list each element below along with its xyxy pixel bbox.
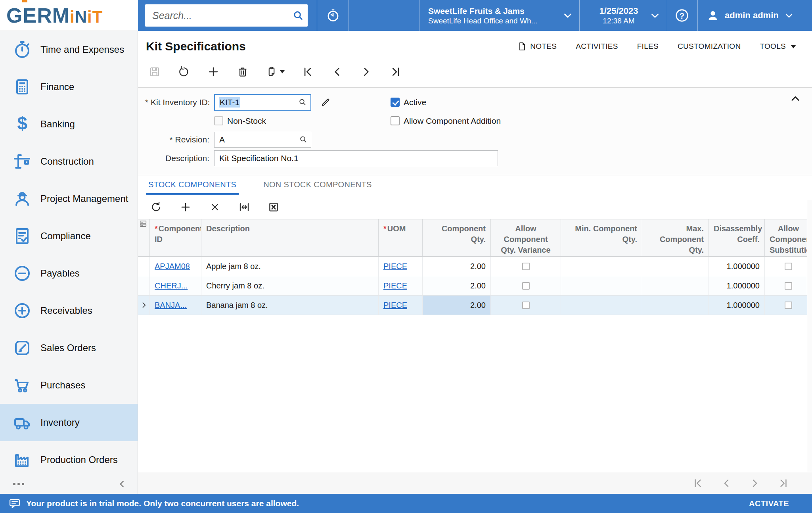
search-icon[interactable] <box>292 10 304 21</box>
description-input[interactable] <box>214 150 498 166</box>
delete-row-button[interactable] <box>209 201 221 213</box>
allow-qty-variance-checkbox[interactable] <box>522 302 530 309</box>
uom-cell[interactable]: PIECE <box>379 257 423 276</box>
description-cell[interactable]: Cherry jam 8 oz. <box>201 276 379 295</box>
uom-cell[interactable]: PIECE <box>379 276 423 295</box>
lookup-magnifier-icon[interactable] <box>299 135 308 144</box>
sidebar-item-receivables[interactable]: Receivables <box>0 292 138 329</box>
column-header-disassembly-coeff[interactable]: Disassembly Coeff. <box>709 219 765 256</box>
sidebar-item-production-orders[interactable]: Production Orders <box>0 441 138 478</box>
help-button[interactable]: ? <box>666 0 698 31</box>
min-qty-cell[interactable] <box>561 296 642 315</box>
search-input[interactable] <box>145 4 308 27</box>
tab-stock-components[interactable]: STOCK COMPONENTS <box>146 180 239 195</box>
max-qty-cell[interactable] <box>642 257 709 276</box>
uom-cell[interactable]: PIECE <box>379 296 423 315</box>
lookup-magnifier-icon[interactable] <box>298 98 307 107</box>
allow-substitution-cell[interactable] <box>765 296 812 315</box>
clipboard-menu-button[interactable] <box>266 66 285 78</box>
refresh-button[interactable] <box>150 201 163 213</box>
page-previous-icon[interactable] <box>721 478 732 489</box>
allow-substitution-checkbox[interactable] <box>785 263 792 270</box>
activities-button[interactable]: ACTIVITIES <box>576 42 618 51</box>
save-button[interactable] <box>148 65 161 78</box>
allow-component-addition-checkbox[interactable] <box>391 116 400 125</box>
user-menu[interactable]: admin admin <box>698 0 812 31</box>
column-header-allow-substitution[interactable]: Allow Component Substitution <box>765 219 812 256</box>
activate-button[interactable]: ACTIVATE <box>749 499 789 508</box>
component-id-cell[interactable]: BANJA... <box>150 296 201 315</box>
min-qty-cell[interactable] <box>561 276 642 295</box>
component-id-link[interactable]: APJAM08 <box>155 257 190 276</box>
logo[interactable]: GERMiNiT <box>0 0 138 31</box>
files-button[interactable]: FILES <box>637 42 659 51</box>
component-id-cell[interactable]: CHERJ... <box>150 276 201 295</box>
collapse-panel-icon[interactable] <box>790 93 801 104</box>
sidebar-item-sales-orders[interactable]: Sales Orders <box>0 329 138 367</box>
column-header-uom[interactable]: *UOM <box>379 219 423 256</box>
revision-input[interactable] <box>214 132 311 148</box>
more-items-icon[interactable] <box>12 481 25 487</box>
max-qty-cell[interactable] <box>642 296 709 315</box>
company-selector[interactable]: SweetLife Fruits & Jams SweetLife Head O… <box>419 0 580 31</box>
disassembly-coeff-cell[interactable]: 1.000000 <box>709 257 765 276</box>
sidebar-item-construction[interactable]: Construction <box>0 143 138 180</box>
min-qty-cell[interactable] <box>561 257 642 276</box>
component-id-link[interactable]: CHERJ... <box>155 277 188 295</box>
customization-button[interactable]: CUSTOMIZATION <box>678 42 741 51</box>
allow-qty-variance-checkbox[interactable] <box>522 282 530 290</box>
go-first-button[interactable] <box>301 65 314 78</box>
sidebar-item-inventory[interactable]: Inventory <box>0 404 138 441</box>
business-date-clock-button[interactable] <box>317 0 349 31</box>
column-header-component-id[interactable]: *Component ID <box>150 219 201 256</box>
column-header-component-qty[interactable]: Component Qty. <box>423 219 491 256</box>
page-next-icon[interactable] <box>749 478 760 489</box>
disassembly-coeff-cell[interactable]: 1.000000 <box>709 276 765 295</box>
add-new-button[interactable] <box>207 65 220 78</box>
allow-qty-variance-cell[interactable] <box>491 296 561 315</box>
non-stock-checkbox[interactable] <box>214 116 223 125</box>
allow-qty-variance-cell[interactable] <box>491 276 561 295</box>
vertical-scrollbar[interactable] <box>807 200 812 472</box>
sidebar-item-purchases[interactable]: Purchases <box>0 367 138 404</box>
active-checkbox[interactable] <box>391 98 400 107</box>
uom-link[interactable]: PIECE <box>383 257 407 276</box>
component-id-cell[interactable]: APJAM08 <box>150 257 201 276</box>
allow-substitution-cell[interactable] <box>765 276 812 295</box>
go-next-button[interactable] <box>360 65 373 78</box>
page-first-icon[interactable] <box>692 478 703 489</box>
collapse-sidebar-icon[interactable] <box>117 479 127 489</box>
disassembly-coeff-cell[interactable]: 1.000000 <box>709 296 765 315</box>
allow-substitution-checkbox[interactable] <box>785 302 792 309</box>
column-header-max-component-qty[interactable]: Max. Component Qty. <box>642 219 709 256</box>
current-row-indicator[interactable] <box>138 296 150 315</box>
sidebar-item-project-management[interactable]: Project Management <box>0 180 138 217</box>
component-qty-cell[interactable]: 2.00 <box>423 296 491 315</box>
description-cell[interactable]: Banana jam 8 oz. <box>201 296 379 315</box>
sidebar-item-time-and-expenses[interactable]: Time and Expenses <box>0 31 138 68</box>
notes-button[interactable]: NOTES <box>517 42 557 51</box>
allow-substitution-cell[interactable] <box>765 257 812 276</box>
column-header-min-component-qty[interactable]: Min. Component Qty. <box>561 219 642 256</box>
component-qty-cell[interactable]: 2.00 <box>423 257 491 276</box>
date-selector[interactable]: 1/25/2023 12:38 AM <box>580 0 666 31</box>
allow-substitution-checkbox[interactable] <box>785 282 792 290</box>
undo-button[interactable] <box>178 65 190 78</box>
sidebar-item-compliance[interactable]: Compliance <box>0 217 138 255</box>
component-qty-cell[interactable]: 2.00 <box>423 276 491 295</box>
column-header-allow-qty-variance[interactable]: Allow Component Qty. Variance <box>491 219 561 256</box>
allow-qty-variance-checkbox[interactable] <box>522 263 530 270</box>
fit-width-button[interactable] <box>238 201 251 213</box>
row-indicator-cell[interactable] <box>138 257 150 276</box>
uom-link[interactable]: PIECE <box>383 296 407 315</box>
page-last-icon[interactable] <box>778 478 789 489</box>
row-indicator-cell[interactable] <box>138 276 150 295</box>
max-qty-cell[interactable] <box>642 276 709 295</box>
kit-inventory-id-input[interactable]: KIT-1 <box>214 94 311 111</box>
row-settings-icon[interactable] <box>138 219 150 256</box>
component-id-link[interactable]: BANJA... <box>155 296 187 315</box>
delete-button[interactable] <box>236 65 249 78</box>
description-cell[interactable]: Apple jam 8 oz. <box>201 257 379 276</box>
sidebar-item-finance[interactable]: Finance <box>0 68 138 106</box>
uom-link[interactable]: PIECE <box>383 277 407 295</box>
